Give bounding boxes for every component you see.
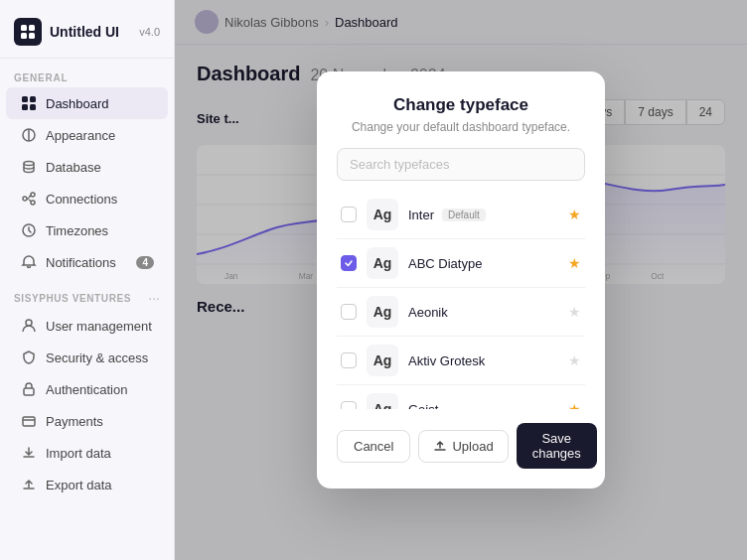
svg-point-12 [31, 201, 35, 205]
font-checkbox-aeonik[interactable] [341, 304, 357, 320]
font-name-group-aktiv-grotesk: Aktiv Grotesk [408, 353, 558, 368]
sidebar-item-payments-label: Payments [46, 414, 103, 429]
upload-button[interactable]: Upload [418, 430, 508, 463]
font-name-group-inter: Inter Default [408, 208, 558, 222]
database-icon [20, 158, 38, 176]
svg-rect-3 [29, 33, 35, 39]
sidebar-item-payments[interactable]: Payments [6, 405, 168, 437]
sidebar-item-authentication-label: Authentication [46, 382, 127, 397]
sidebar: Untitled UI v4.0 GENERAL Dashboard Appea… [0, 0, 175, 560]
svg-point-11 [31, 193, 35, 197]
font-name-aeonik: Aeonik [408, 305, 448, 320]
sidebar-item-notifications-label: Notifications [46, 255, 116, 270]
font-item-aktiv-grotesk: Ag Aktiv Grotesk ★ [337, 337, 585, 385]
change-typeface-modal: Change typeface Change your default dash… [317, 71, 605, 489]
svg-rect-2 [21, 33, 27, 39]
font-item-aeonik: Ag Aeonik ★ [337, 288, 585, 337]
font-sample-abc-diatype: Ag [367, 247, 398, 279]
font-list: Ag Inter Default ★ Ag ABC Diatype [337, 191, 585, 409]
modal-actions: Cancel Upload Save changes [337, 423, 585, 469]
app-icon [14, 18, 42, 46]
svg-rect-1 [29, 25, 35, 31]
font-item-inter: Ag Inter Default ★ [337, 191, 585, 239]
star-icon-inter[interactable]: ★ [568, 207, 581, 222]
sidebar-item-authentication[interactable]: Authentication [6, 373, 168, 405]
main-content: Nikolas Gibbons › Dashboard Dashboard 20… [175, 0, 747, 560]
sidebar-item-dashboard-label: Dashboard [46, 96, 109, 111]
sidebar-item-timezones[interactable]: Timezones [6, 214, 168, 246]
font-sample-inter: Ag [367, 199, 398, 230]
svg-rect-5 [30, 96, 36, 102]
dashboard-icon [20, 94, 38, 112]
sidebar-item-connections-label: Connections [46, 192, 117, 207]
font-name-group-abc-diatype: ABC Diatype [408, 256, 558, 271]
svg-point-14 [26, 320, 32, 326]
sidebar-item-connections[interactable]: Connections [6, 183, 168, 214]
sidebar-item-database-label: Database [46, 160, 101, 175]
star-icon-abc-diatype[interactable]: ★ [568, 255, 581, 271]
font-name-abc-diatype: ABC Diatype [408, 256, 482, 271]
sidebar-item-security-label: Security & access [46, 350, 148, 365]
connections-icon [20, 190, 38, 208]
org-more-icon[interactable]: ··· [148, 290, 160, 306]
sidebar-item-user-management-label: User management [46, 319, 152, 334]
sidebar-item-import-data[interactable]: Import data [6, 437, 168, 469]
svg-rect-16 [23, 417, 35, 426]
sidebar-general-label: GENERAL [0, 65, 174, 87]
app-title: Untitled UI [50, 24, 119, 40]
svg-rect-0 [21, 25, 27, 31]
font-sample-geist: Ag [367, 393, 398, 409]
import-icon [20, 444, 38, 462]
font-item-geist: Ag Geist ★ [337, 385, 585, 409]
font-name-group-aeonik: Aeonik [408, 305, 558, 320]
font-name-inter: Inter [408, 208, 434, 222]
sidebar-org-header: SISYPHUS VENTURES ··· [0, 282, 174, 310]
app-version: v4.0 [139, 26, 160, 38]
export-icon [20, 476, 38, 493]
sidebar-item-export-data[interactable]: Export data [6, 469, 168, 500]
sidebar-item-timezones-label: Timezones [46, 223, 108, 238]
modal-subtitle: Change your default dashboard typeface. [337, 120, 585, 134]
sidebar-item-database[interactable]: Database [6, 151, 168, 183]
sidebar-item-appearance[interactable]: Appearance [6, 119, 168, 151]
app-header: Untitled UI v4.0 [0, 10, 174, 59]
star-icon-geist[interactable]: ★ [568, 401, 581, 409]
authentication-icon [20, 380, 38, 398]
svg-rect-15 [24, 388, 34, 395]
svg-rect-4 [22, 96, 28, 102]
svg-rect-7 [30, 104, 36, 110]
svg-rect-6 [22, 104, 28, 110]
font-checkbox-geist[interactable] [341, 401, 357, 409]
security-icon [20, 349, 38, 366]
font-checkbox-abc-diatype[interactable] [341, 255, 357, 271]
cancel-button[interactable]: Cancel [337, 430, 410, 463]
notifications-badge: 4 [136, 256, 154, 269]
save-changes-button[interactable]: Save changes [517, 423, 597, 469]
font-name-group-geist: Geist [408, 402, 558, 410]
sidebar-item-export-label: Export data [46, 478, 112, 492]
svg-point-9 [24, 162, 34, 166]
modal-title: Change typeface [337, 95, 585, 115]
font-item-abc-diatype: Ag ABC Diatype ★ [337, 239, 585, 288]
sidebar-item-import-label: Import data [46, 446, 111, 461]
font-checkbox-aktiv-grotesk[interactable] [341, 352, 357, 368]
sidebar-item-appearance-label: Appearance [46, 128, 115, 143]
sidebar-item-user-management[interactable]: User management [6, 310, 168, 342]
sidebar-item-notifications[interactable]: Notifications 4 [6, 246, 168, 278]
upload-label: Upload [452, 439, 493, 454]
sidebar-item-security-access[interactable]: Security & access [6, 342, 168, 373]
notifications-icon [20, 253, 38, 271]
star-icon-aktiv-grotesk[interactable]: ★ [568, 352, 581, 368]
font-checkbox-inter[interactable] [341, 207, 357, 222]
user-management-icon [20, 317, 38, 335]
upload-icon [433, 439, 447, 453]
font-default-badge-inter: Default [442, 209, 486, 221]
timezones-icon [20, 221, 38, 239]
font-name-aktiv-grotesk: Aktiv Grotesk [408, 353, 485, 368]
font-sample-aeonik: Ag [367, 296, 398, 328]
sidebar-item-dashboard[interactable]: Dashboard [6, 87, 168, 119]
star-icon-aeonik[interactable]: ★ [568, 304, 581, 320]
font-sample-aktiv-grotesk: Ag [367, 345, 398, 376]
payments-icon [20, 412, 38, 430]
typeface-search-input[interactable] [337, 148, 585, 181]
